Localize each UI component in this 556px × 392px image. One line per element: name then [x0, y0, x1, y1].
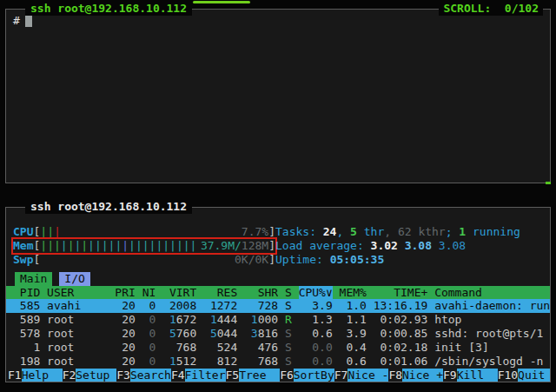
cell-pid: 585 — [13, 299, 40, 313]
column-header-mem[interactable]: MEM% — [333, 286, 367, 299]
column-header-cpu[interactable]: CPU%∨ — [299, 286, 333, 299]
cell-shr: 768 — [237, 355, 278, 369]
fkey-f10-quit[interactable]: F10Quit — [498, 369, 550, 382]
cell-mem: 1.1 — [333, 313, 367, 327]
cell-mem: 0.4 — [333, 341, 367, 355]
cell-shr: 1000 — [237, 313, 278, 327]
big-number-prefix: 1 — [251, 313, 258, 326]
fkey-f7-nice-[interactable]: F7Nice - — [334, 369, 389, 382]
cell-shr: 3816 — [237, 327, 278, 341]
fkey-f2-setup[interactable]: F2Setup — [63, 369, 117, 382]
htop-view: CPU[|||7.7%]Mem[|||||||||||||||||||||||3… — [6, 208, 550, 382]
column-header-pri[interactable]: PRI — [109, 286, 136, 299]
fkey-label: Quit — [518, 369, 550, 382]
cell-user: root — [40, 313, 108, 327]
cell-cpu: 0.6 — [299, 327, 333, 341]
cell-res: 524 — [196, 341, 237, 355]
meter-bars: ||||||||||||||||||||||| — [40, 239, 196, 253]
fkey-key: F8 — [388, 369, 402, 382]
terminal-pane-bottom[interactable]: ssh root@192.168.10.112 CPU[|||7.7%]Mem[… — [5, 207, 551, 382]
cell-pid: 198 — [13, 355, 40, 369]
meter-bar: | — [54, 239, 61, 252]
process-row[interactable]: 198root2001512812768S0.00.60:01.06/sbin/… — [6, 355, 550, 369]
swap-meter: Swp[0K/0K] — [13, 253, 275, 267]
cell-time+: 0:00.85 — [367, 327, 427, 341]
meter-bar: | — [47, 225, 54, 238]
fkey-key: F6 — [280, 369, 294, 382]
swap-meter-value: 0K/0K — [235, 253, 268, 267]
bracket-open: [ — [33, 253, 40, 267]
cell-ni: 0 — [136, 299, 156, 313]
cell-user: root — [40, 355, 108, 369]
column-header-command[interactable]: Command — [427, 286, 550, 299]
cell-user: avahi — [40, 299, 108, 313]
meter-bar: | — [95, 239, 102, 252]
text-segment: 3.08 — [439, 239, 466, 252]
process-row[interactable]: 585avahi20020081272728S3.91.013:16.19ava… — [6, 299, 550, 313]
meter-bar: | — [136, 239, 142, 252]
fkey-f6-sortby[interactable]: F6SortBy — [280, 369, 334, 382]
cell-res: 5044 — [196, 327, 237, 341]
bracket-open: [ — [33, 239, 40, 253]
column-header-shr[interactable]: SHR — [237, 286, 278, 299]
big-number-prefix: 1 — [169, 355, 176, 368]
cell-shr: 728 — [237, 299, 278, 313]
cell-pri: 20 — [109, 327, 136, 341]
mem-meter-label: Mem — [13, 239, 33, 253]
tab-main[interactable]: Main — [15, 272, 52, 286]
active-pane-corner-tick — [546, 182, 551, 184]
pane-title-bottom: ssh root@192.168.10.112 — [25, 200, 192, 214]
fkey-f4-filter[interactable]: F4Filter — [171, 369, 226, 382]
cell-mem: 3.9 — [333, 327, 367, 341]
column-header-user[interactable]: USER — [40, 286, 108, 299]
fkey-f3-search[interactable]: F3Search — [116, 369, 171, 382]
meter-bar: | — [129, 239, 136, 252]
tasks-line: Tasks: 24, 5 thr, 62 kthr; 1 running — [275, 225, 550, 239]
fkey-key: F5 — [226, 369, 240, 382]
text-segment: 0K/0K — [235, 253, 268, 266]
process-row[interactable]: 1root200768524476S0.00.40:02.18init [3] — [6, 341, 550, 355]
process-row[interactable]: 589root200167214441000R1.31.10:02.93htop — [6, 313, 550, 327]
column-header-res[interactable]: RES — [196, 286, 237, 299]
shell-prompt: # — [13, 14, 20, 27]
text-segment: Tasks: — [275, 225, 323, 238]
meter-bar: | — [169, 239, 176, 252]
terminal-pane-top[interactable]: ssh root@192.168.10.112 SCROLL: 0/102 # — [5, 9, 551, 183]
text-segment: 1 — [459, 225, 466, 238]
cell-time+: 0:02.18 — [367, 341, 427, 355]
fkey-f9-kill[interactable]: F9Kill — [443, 369, 498, 382]
column-header-pid[interactable]: PID — [13, 286, 40, 299]
cell-cpu: 0.0 — [299, 341, 333, 355]
tab-io[interactable]: I/O — [59, 272, 89, 286]
fkey-label: Filter — [185, 369, 226, 382]
cell-res: 1272 — [196, 299, 237, 313]
column-header-ni[interactable]: NI — [136, 286, 156, 299]
process-row[interactable]: 578root200576050443816S0.63.90:00.85sshd… — [6, 327, 550, 341]
cell-pri: 20 — [109, 355, 136, 369]
big-number-prefix: 5 — [210, 327, 217, 340]
cell-mem: 0.6 — [333, 355, 367, 369]
cell-cpu: 1.3 — [299, 313, 333, 327]
cell-pid: 578 — [13, 327, 40, 341]
meter-bar: | — [142, 239, 149, 252]
text-segment: 128M — [242, 239, 268, 252]
meter-bars: ||| — [40, 225, 60, 239]
column-header-time+[interactable]: TIME+ — [367, 286, 427, 299]
load-average-line: Load average: 3.02 3.08 3.08 — [275, 239, 550, 253]
function-key-bar: F1Help F2Setup F3SearchF4FilterF5Tree F6… — [6, 369, 550, 382]
fkey-f5-tree[interactable]: F5Tree — [226, 369, 281, 382]
fkey-f8-nice+[interactable]: F8Nice + — [388, 369, 443, 382]
big-number-prefix: 3 — [251, 327, 258, 340]
text-segment: , — [336, 225, 350, 238]
fkey-key: F4 — [171, 369, 185, 382]
fkey-label: Setup — [76, 369, 116, 382]
fkey-f1-help[interactable]: F1Help — [8, 369, 63, 382]
text-segment: 37.9M/ — [201, 239, 242, 252]
bracket-close: ] — [268, 253, 275, 267]
column-header-virt[interactable]: VIRT — [156, 286, 196, 299]
cell-time+: 0:01.06 — [367, 355, 427, 369]
cell-time+: 0:02.93 — [367, 313, 427, 327]
cell-virt: 5760 — [156, 327, 196, 341]
process-table-rows: 585avahi20020081272728S3.91.013:16.19ava… — [6, 299, 550, 369]
column-header-s[interactable]: S — [278, 286, 298, 299]
